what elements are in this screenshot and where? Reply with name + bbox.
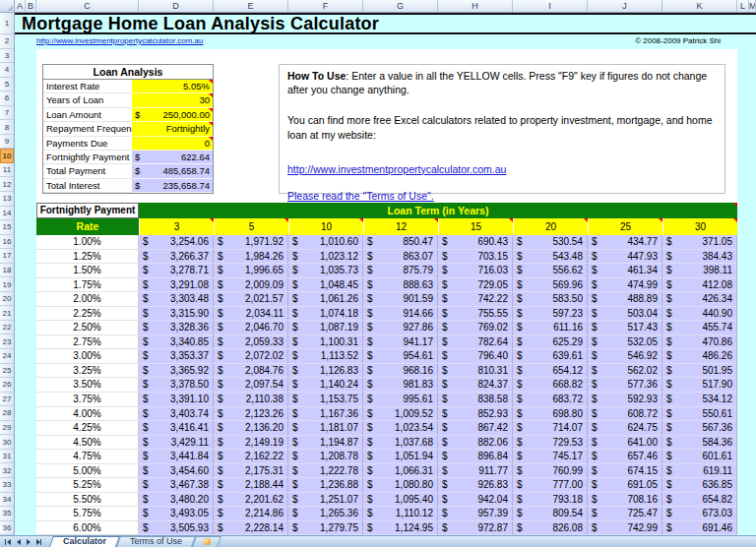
payment-cell[interactable]: $447.93 bbox=[588, 250, 662, 265]
payment-cell[interactable]: $3,353.37 bbox=[139, 349, 214, 364]
insert-worksheet-tab[interactable] bbox=[194, 536, 220, 547]
payment-cell[interactable]: $1,023.54 bbox=[363, 421, 438, 436]
payment-cell[interactable]: $863.07 bbox=[363, 250, 438, 265]
payment-cell[interactable]: $729.53 bbox=[513, 436, 588, 451]
payment-cell[interactable]: $3,403.74 bbox=[139, 407, 214, 422]
payment-cell[interactable]: $691.46 bbox=[662, 521, 737, 535]
term-header-cell[interactable]: 12 bbox=[363, 218, 438, 235]
payment-cell[interactable]: $3,315.90 bbox=[139, 307, 214, 322]
payment-cell[interactable]: $683.72 bbox=[513, 393, 588, 407]
row-header-29[interactable]: 29 bbox=[0, 421, 14, 436]
payment-cell[interactable]: $461.34 bbox=[588, 264, 662, 278]
payment-cell[interactable]: $725.47 bbox=[588, 507, 662, 521]
payment-cell[interactable]: $2,162.22 bbox=[214, 450, 288, 464]
payment-cell[interactable]: $1,087.19 bbox=[288, 321, 363, 335]
row-header-17[interactable]: 17 bbox=[0, 249, 14, 264]
first-sheet-icon[interactable] bbox=[5, 539, 11, 545]
payment-cell[interactable]: $534.12 bbox=[662, 393, 737, 407]
payment-cell[interactable]: $384.43 bbox=[662, 250, 737, 265]
payment-cell[interactable]: $1,074.18 bbox=[288, 307, 363, 322]
row-header-27[interactable]: 27 bbox=[0, 393, 14, 407]
payment-cell[interactable]: $927.86 bbox=[363, 321, 438, 335]
payment-cell[interactable]: $2,046.70 bbox=[214, 321, 288, 335]
row-header-32[interactable]: 32 bbox=[0, 463, 14, 478]
row-header-21[interactable]: 21 bbox=[0, 306, 14, 321]
payment-cell[interactable]: $3,454.60 bbox=[139, 464, 214, 479]
column-header-F[interactable]: F bbox=[288, 0, 363, 12]
rate-cell[interactable]: 1.75% bbox=[36, 278, 139, 293]
payment-cell[interactable]: $3,266.37 bbox=[139, 250, 214, 265]
payment-cell[interactable]: $1,051.94 bbox=[363, 450, 438, 464]
row-header-16[interactable]: 16 bbox=[0, 235, 14, 250]
payment-cell[interactable]: $698.80 bbox=[513, 407, 588, 422]
payment-cell[interactable]: $517.43 bbox=[588, 321, 662, 335]
payment-cell[interactable]: $2,110.38 bbox=[214, 393, 288, 407]
loan-field-value[interactable]: Fortnightly bbox=[132, 122, 213, 136]
column-header-M[interactable]: M bbox=[749, 0, 756, 12]
payment-cell[interactable]: $530.54 bbox=[513, 235, 588, 250]
page-title[interactable]: Mortgage Home Loan Analysis Calculator bbox=[22, 15, 379, 32]
rate-cell[interactable]: 4.50% bbox=[36, 436, 139, 451]
payment-cell[interactable]: $911.77 bbox=[438, 464, 513, 479]
payment-cell[interactable]: $793.18 bbox=[513, 493, 588, 508]
payment-cell[interactable]: $3,303.48 bbox=[139, 292, 214, 307]
rate-cell[interactable]: 6.00% bbox=[36, 521, 139, 535]
payment-cell[interactable]: $583.50 bbox=[513, 292, 588, 307]
payment-cell[interactable]: $1,265.36 bbox=[288, 507, 363, 521]
loan-field-value[interactable]: $485,658.74 bbox=[132, 164, 213, 178]
row-header-4[interactable]: 4 bbox=[0, 63, 14, 78]
payment-cell[interactable]: $914.66 bbox=[363, 307, 438, 322]
payment-cell[interactable]: $957.39 bbox=[438, 507, 513, 521]
payment-cell[interactable]: $972.87 bbox=[438, 521, 513, 535]
loan-field-value[interactable]: $622.64 bbox=[132, 151, 213, 164]
row-header-35[interactable]: 35 bbox=[0, 507, 14, 521]
payment-cell[interactable]: $3,429.11 bbox=[139, 436, 214, 451]
payment-cell[interactable]: $1,971.92 bbox=[214, 235, 288, 250]
payment-cell[interactable]: $3,441.84 bbox=[139, 450, 214, 464]
loan-field-value[interactable]: 5.05% bbox=[132, 80, 213, 93]
payment-cell[interactable]: $2,175.31 bbox=[214, 464, 288, 479]
payment-cell[interactable]: $597.23 bbox=[513, 307, 588, 322]
payment-cell[interactable]: $2,149.19 bbox=[214, 436, 288, 451]
row-header-19[interactable]: 19 bbox=[0, 277, 14, 292]
loan-field-label[interactable]: Years of Loan bbox=[43, 93, 132, 107]
row-header-36[interactable]: 36 bbox=[0, 521, 14, 535]
payment-cell[interactable]: $3,340.85 bbox=[139, 335, 214, 350]
payment-cell[interactable]: $654.82 bbox=[662, 493, 737, 508]
column-header-J[interactable]: J bbox=[588, 0, 662, 12]
payment-cell[interactable]: $674.15 bbox=[588, 464, 662, 479]
payment-cell[interactable]: $888.63 bbox=[363, 278, 438, 293]
row-header-1[interactable]: 1 bbox=[0, 13, 14, 34]
payment-cell[interactable]: $550.61 bbox=[662, 407, 737, 422]
rate-cell[interactable]: 3.25% bbox=[36, 364, 139, 379]
payment-cell[interactable]: $2,034.11 bbox=[214, 307, 288, 322]
rate-cell[interactable]: 2.75% bbox=[36, 335, 139, 350]
payment-cell[interactable]: $838.58 bbox=[438, 393, 513, 407]
row-header-18[interactable]: 18 bbox=[0, 264, 14, 278]
payment-cell[interactable]: $809.54 bbox=[513, 507, 588, 521]
column-header-L[interactable]: L bbox=[737, 0, 749, 12]
payment-cell[interactable]: $3,378.50 bbox=[139, 378, 214, 393]
rate-cell[interactable]: 5.75% bbox=[36, 507, 139, 521]
row-header-6[interactable]: 6 bbox=[0, 91, 14, 106]
payment-cell[interactable]: $2,136.20 bbox=[214, 421, 288, 436]
payment-cell[interactable]: $486.26 bbox=[662, 349, 737, 364]
payment-cell[interactable]: $3,480.20 bbox=[139, 493, 214, 508]
loan-field-value[interactable]: 0 bbox=[132, 137, 213, 151]
column-header-B[interactable]: B bbox=[26, 0, 36, 12]
next-sheet-icon[interactable] bbox=[27, 539, 31, 545]
loan-field-label[interactable]: Total Payment bbox=[43, 164, 132, 178]
payment-cell[interactable]: $1,984.26 bbox=[214, 250, 288, 265]
payment-cell[interactable]: $742.22 bbox=[438, 292, 513, 307]
payment-cell[interactable]: $867.42 bbox=[438, 421, 513, 436]
row-header-3[interactable]: 3 bbox=[0, 49, 14, 64]
payment-cell[interactable]: $2,097.54 bbox=[214, 378, 288, 393]
payment-cell[interactable]: $716.03 bbox=[438, 264, 513, 278]
rate-cell[interactable]: 5.50% bbox=[36, 493, 139, 508]
website-link[interactable]: http://www.investmentpropertycalculator.… bbox=[36, 36, 203, 45]
row-header-13[interactable]: 13 bbox=[0, 192, 14, 207]
term-header-cell[interactable]: 15 bbox=[438, 218, 513, 235]
payment-cell[interactable]: $691.05 bbox=[588, 478, 662, 493]
payment-cell[interactable]: $2,059.33 bbox=[214, 335, 288, 350]
payment-cell[interactable]: $619.11 bbox=[662, 464, 737, 479]
